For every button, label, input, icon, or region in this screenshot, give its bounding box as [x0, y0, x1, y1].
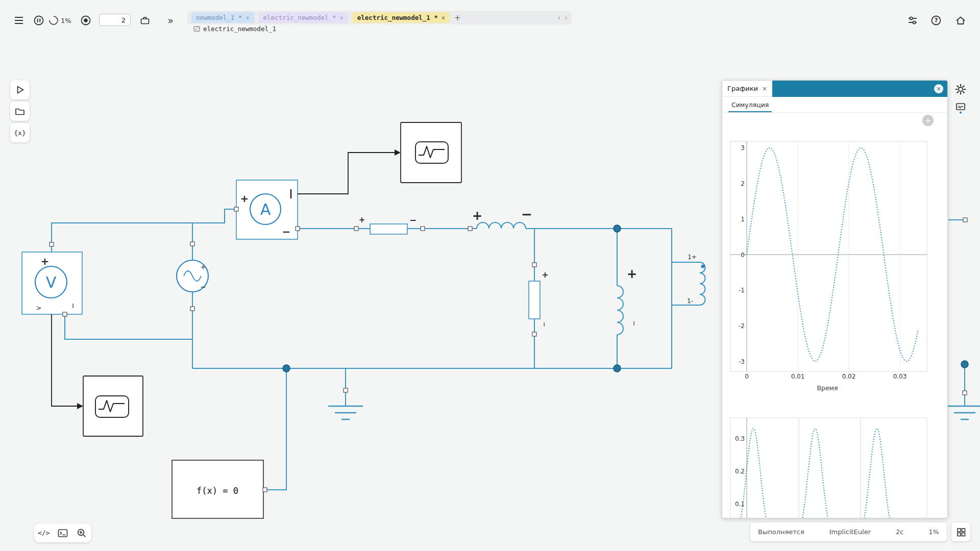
tab-newmodel-1[interactable]: newmodel_1 * × [191, 12, 254, 23]
code-view-button[interactable]: </> [35, 523, 53, 542]
record-button[interactable] [77, 11, 95, 30]
home-icon [955, 15, 966, 26]
tab-close-icon[interactable]: × [246, 15, 249, 21]
settings-sliders-button[interactable] [903, 11, 922, 30]
svg-text:0.1: 0.1 [735, 500, 745, 508]
xfmr-plus-label: 1+ [688, 254, 697, 261]
main-menu-button[interactable] [10, 11, 28, 30]
voltmeter-plus: + [41, 255, 50, 267]
inductor-v-plus: + [627, 267, 637, 281]
status-time: 2с [896, 528, 903, 536]
resistor-vertical-block[interactable]: + I [529, 270, 549, 328]
plots-tab-close-icon[interactable]: × [762, 85, 767, 92]
svg-text:0.3: 0.3 [735, 435, 745, 442]
status-bar: Выполняется ImplicitEuler 2с 1% [750, 522, 947, 541]
svg-text:0: 0 [745, 373, 749, 380]
wire-solver [263, 368, 286, 490]
magnifier-plus-icon [76, 528, 87, 539]
inductor-h-plus: + [472, 209, 482, 223]
ground-symbol-edge[interactable] [947, 406, 980, 419]
panel-settings-button[interactable] [951, 80, 970, 98]
grid-toggle-button[interactable] [951, 522, 970, 541]
variables-button[interactable]: {x} [10, 123, 30, 142]
help-button[interactable]: ? [927, 11, 945, 30]
help-icon: ? [930, 15, 942, 26]
tab-strip: newmodel_1 * × electric_newmodel * × ele… [187, 11, 572, 24]
open-file-button[interactable] [10, 102, 30, 121]
tab-close-icon[interactable]: × [340, 15, 344, 21]
svg-text:-2: -2 [739, 322, 745, 330]
ac-plus: + [201, 263, 206, 271]
resistor-horizontal-block[interactable]: + − [359, 215, 416, 234]
breadcrumb-label: electric_newmodel_1 [203, 25, 276, 33]
terminal-icon [57, 528, 68, 539]
svg-text:0.03: 0.03 [893, 373, 907, 380]
svg-text:3: 3 [741, 144, 745, 152]
pause-icon [33, 15, 44, 26]
plots-panel: Графики × × Симуляция + 3210-1-2-300.010… [722, 80, 948, 518]
svg-text:0.2: 0.2 [735, 468, 745, 475]
chart1-xlabel: Время [817, 384, 838, 392]
resistor-h-plus: + [359, 215, 365, 224]
subtab-simulation[interactable]: Симуляция [728, 98, 772, 112]
voltmeter-block[interactable]: V + > I [22, 252, 82, 314]
inductor-vertical-labels: + I [627, 267, 637, 327]
plots-panel-title: Графики [727, 85, 758, 92]
tab-electric-newmodel-1[interactable]: electric_newmodel_1 * × [353, 12, 450, 23]
inductor-horizontal-labels: + − [472, 207, 532, 223]
svg-text:0: 0 [741, 252, 745, 259]
resistor-h-minus: − [409, 215, 416, 225]
svg-text:1: 1 [741, 216, 745, 223]
library-button[interactable] [136, 11, 154, 30]
ac-source-block[interactable]: + − [177, 260, 208, 292]
record-icon [80, 15, 91, 26]
tab-nav-prev[interactable]: ‹ [557, 13, 560, 22]
tab-label: electric_newmodel * [263, 14, 336, 21]
home-button[interactable] [951, 11, 970, 30]
scope-block-top[interactable] [401, 122, 461, 183]
inductor-horizontal-coil [477, 222, 526, 229]
scope-block-bottom[interactable] [83, 376, 143, 436]
plots-panel-close-button[interactable]: × [934, 84, 943, 93]
status-state: Выполняется [758, 528, 804, 536]
wire-xfmr-stubs [672, 262, 700, 305]
hamburger-icon [13, 15, 24, 26]
inductor-h-minus: − [521, 207, 532, 222]
plots-panel-toggle-button[interactable] [951, 98, 970, 117]
tab-electric-newmodel[interactable]: electric_newmodel * × [259, 12, 348, 23]
progress-spinner [48, 15, 59, 26]
tab-close-icon[interactable]: × [442, 15, 445, 21]
tab-label: newmodel_1 * [196, 14, 242, 21]
zoom-fit-button[interactable] [72, 523, 91, 542]
ammeter-letter: A [260, 201, 271, 218]
grid-icon [955, 527, 967, 538]
terminal-button[interactable] [54, 523, 72, 542]
gear-icon [955, 84, 966, 95]
sim-time-input[interactable] [99, 14, 131, 26]
add-tab-button[interactable]: + [454, 13, 461, 22]
plots-panel-title-tab[interactable]: Графики × [722, 81, 772, 97]
model-icon [193, 26, 200, 32]
ground-symbol[interactable] [328, 406, 363, 419]
add-plot-button[interactable]: + [922, 115, 934, 126]
run-model-button[interactable] [10, 80, 30, 99]
voltmeter-letter: V [46, 273, 57, 291]
pause-button[interactable] [30, 11, 48, 30]
solver-label: f(x) = 0 [197, 486, 238, 496]
sliders-icon [907, 15, 918, 26]
plots-subtabs: Симуляция [722, 97, 947, 113]
ammeter-block[interactable]: A + − [236, 180, 298, 239]
status-progress: 1% [928, 528, 939, 536]
canvas-tools-bar: </> [34, 523, 91, 542]
expand-toolbar-button[interactable]: » [161, 11, 180, 30]
tab-nav: ‹ › [557, 13, 568, 22]
inductor-v-current: I [633, 320, 634, 327]
tab-nav-next[interactable]: › [565, 13, 568, 22]
transformer-block[interactable]: 1+ 1- [687, 254, 704, 305]
arrowhead [77, 403, 83, 409]
svg-text:2: 2 [741, 180, 745, 187]
solver-block[interactable]: f(x) = 0 [172, 460, 263, 518]
breadcrumb[interactable]: electric_newmodel_1 [193, 25, 276, 33]
plots-panel-header: Графики × × [722, 81, 947, 97]
svg-text:-1: -1 [739, 287, 745, 294]
